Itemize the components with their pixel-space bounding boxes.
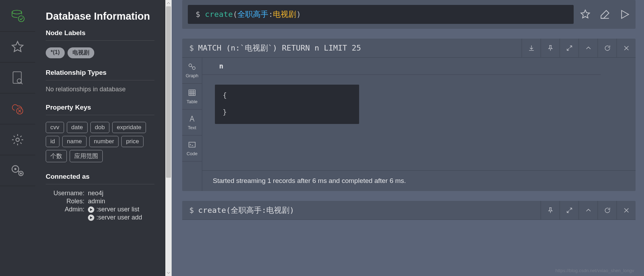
- expand-button[interactable]: [560, 39, 579, 58]
- prop-key[interactable]: price: [121, 136, 144, 147]
- run-icon[interactable]: [619, 9, 630, 20]
- roles-label: Roles:: [46, 198, 88, 205]
- pin-button[interactable]: [541, 201, 560, 220]
- connected-table: Username: neo4j Roles: admin Admin: :ser…: [46, 190, 154, 221]
- svg-rect-13: [189, 142, 195, 147]
- prop-keys-row: cvv date dob expridate id name number pr…: [46, 120, 154, 162]
- scroll-down-button[interactable]: [165, 270, 172, 276]
- prop-key[interactable]: number: [89, 136, 119, 147]
- result-query-2[interactable]: $ create(全职高手:电视剧): [182, 201, 541, 220]
- node-label-tvdrama[interactable]: 电视剧: [68, 47, 94, 58]
- prop-key[interactable]: id: [46, 136, 59, 147]
- close-button[interactable]: [617, 39, 636, 58]
- svg-point-1: [18, 16, 24, 22]
- editor-tools: [580, 9, 630, 20]
- result-actions-1: [522, 39, 636, 58]
- cloud-offline-icon[interactable]: [0, 93, 35, 124]
- view-tab-code[interactable]: Code: [182, 136, 202, 162]
- prop-keys-heading: Property Keys: [46, 104, 154, 115]
- neo4j-logo-icon[interactable]: [0, 0, 35, 32]
- collapse-button[interactable]: [579, 201, 598, 220]
- admin-cmd-0[interactable]: :server user list: [88, 206, 139, 213]
- result-frame-1: $ MATCH (n:`电视剧`) RETURN n LIMIT 25 Grap…: [182, 39, 636, 191]
- prop-key[interactable]: expridate: [112, 122, 146, 133]
- collapse-button[interactable]: [579, 39, 598, 58]
- download-button[interactable]: [522, 39, 541, 58]
- play-icon: [88, 206, 94, 213]
- result-query-1[interactable]: $ MATCH (n:`电视剧`) RETURN n LIMIT 25: [182, 39, 522, 58]
- scroll-track[interactable]: [165, 6, 172, 270]
- settings-icon[interactable]: [0, 124, 35, 155]
- node-label-all[interactable]: *(1): [46, 47, 65, 58]
- svg-point-5: [16, 138, 19, 142]
- node-labels-row: *(1) 电视剧: [46, 46, 154, 58]
- main-area: $ create(全职高手:电视剧) $ MATCH (n:`电视剧`) RET…: [172, 0, 644, 276]
- username-value: neo4j: [88, 190, 103, 197]
- result-actions-2: [541, 201, 636, 220]
- query-editor-frame: $ create(全职高手:电视剧): [182, 0, 636, 29]
- prop-key[interactable]: 应用范围: [70, 150, 103, 162]
- column-header-n: n: [202, 58, 601, 75]
- view-tab-table[interactable]: Table: [182, 84, 202, 110]
- view-tab-graph[interactable]: Graph: [182, 58, 202, 84]
- rerun-button[interactable]: [598, 39, 617, 58]
- watermark-text: https://blog.csdn.net/vxiao_shen_longv: [555, 268, 634, 273]
- sidebar-scrollbar[interactable]: [165, 0, 172, 276]
- about-icon[interactable]: [0, 155, 35, 186]
- eraser-icon[interactable]: [600, 9, 610, 20]
- pin-button[interactable]: [541, 39, 560, 58]
- svg-point-8: [15, 168, 16, 170]
- scroll-thumb[interactable]: [166, 6, 171, 178]
- favorites-icon[interactable]: [0, 32, 35, 63]
- svg-point-11: [192, 67, 195, 70]
- rel-types-heading: Relationship Types: [46, 69, 154, 80]
- svg-point-10: [189, 64, 192, 67]
- roles-value: admin: [88, 198, 105, 205]
- prop-key[interactable]: date: [67, 122, 88, 133]
- username-label: Username:: [46, 190, 88, 197]
- node-labels-heading: Node Labels: [46, 29, 154, 41]
- svg-rect-12: [189, 90, 195, 96]
- panel-title: Database Information: [46, 11, 154, 22]
- connected-heading: Connected as: [46, 173, 154, 184]
- view-tabs: Graph Table Text Code: [182, 58, 202, 191]
- node-json: { }: [215, 85, 359, 124]
- prop-key[interactable]: dob: [90, 122, 109, 133]
- play-icon: [88, 215, 94, 221]
- rerun-button[interactable]: [598, 201, 617, 220]
- admin-label: Admin:: [46, 206, 88, 213]
- docs-search-icon[interactable]: [0, 63, 35, 93]
- query-editor[interactable]: $ create(全职高手:电视剧): [188, 5, 574, 24]
- favorite-icon[interactable]: [580, 9, 591, 20]
- view-tab-text[interactable]: Text: [182, 110, 202, 136]
- rel-types-empty: No relationships in database: [46, 86, 154, 93]
- close-button[interactable]: [617, 201, 636, 220]
- prop-key[interactable]: 个数: [46, 150, 67, 162]
- result-footer: Started streaming 1 records after 6 ms a…: [202, 170, 636, 191]
- svg-point-9: [20, 173, 21, 174]
- svg-point-0: [12, 10, 21, 14]
- scroll-up-button[interactable]: [165, 0, 172, 6]
- prop-key[interactable]: name: [62, 136, 87, 147]
- admin-cmd-1[interactable]: :server user add: [88, 214, 142, 221]
- result-frame-2: $ create(全职高手:电视剧): [182, 201, 636, 220]
- result-content: n { } Started streaming 1 records after …: [202, 58, 636, 191]
- icon-rail: [0, 0, 35, 276]
- database-info-panel: Database Information Node Labels *(1) 电视…: [35, 0, 165, 276]
- prop-key[interactable]: cvv: [46, 122, 64, 133]
- expand-button[interactable]: [560, 201, 579, 220]
- svg-point-3: [17, 79, 21, 83]
